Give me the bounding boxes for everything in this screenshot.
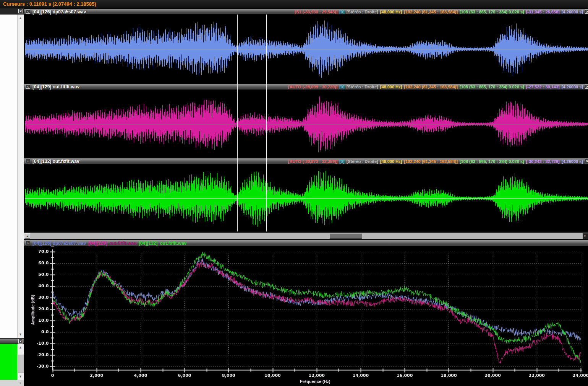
scroll-down-icon[interactable]: ▼	[19, 375, 22, 378]
header-field: [Stéréo : Droite]	[347, 85, 378, 89]
header-field: [102,240 (61,345 : 163,584)]	[404, 85, 458, 89]
fit-icon[interactable]: ↔	[26, 241, 30, 245]
header-field: [4.26000 s]	[562, 159, 583, 164]
scrollbar-thumb[interactable]	[18, 355, 24, 373]
track-fields-3: [AUTO (-30,873 : 33,359)][0][Stéréo : Dr…	[286, 159, 583, 164]
close-icon[interactable]: ×	[585, 9, 588, 14]
cursor-line-end[interactable]	[266, 15, 267, 231]
track-header-3[interactable]: ↔ [04][132] out.fxflt.wav [AUTO (-30,873…	[24, 158, 588, 164]
header-field: [108 (63 : 865, 170 : 384) 0.020 s]	[460, 85, 524, 89]
track-header-2[interactable]: ↔ [04][129] out.fltflt.wav [AUTO (-28,09…	[24, 83, 588, 90]
fit-icon[interactable]: ↔	[26, 84, 30, 89]
legend-item[interactable]: out.fltflt.wav	[109, 241, 136, 246]
track-title-3: [04][132] out.fxflt.wav	[32, 159, 79, 164]
scroll-up-icon[interactable]: ▲	[19, 16, 22, 20]
header-field: [0]	[339, 85, 344, 89]
legend-item[interactable]: out.fxflt.wav	[160, 241, 186, 246]
close-icon[interactable]: ×	[18, 339, 23, 344]
waveform-track-1[interactable]	[24, 15, 588, 83]
header-field: [102,240 (61,345 : 163,584)]	[404, 10, 458, 14]
file-list-panel[interactable]	[0, 15, 17, 338]
scroll-up-icon[interactable]: ▲	[19, 345, 22, 349]
header-field: [108 (63 : 865, 170 : 384) 0.020 s]	[460, 159, 524, 164]
meter-scrollbar[interactable]: ▲ ▼	[17, 344, 24, 380]
cursor-line-start[interactable]	[237, 15, 238, 231]
legend-item[interactable]: [04][126] dp07a5s07.wav	[32, 241, 86, 246]
header-field: [48,000 Hz]	[380, 10, 402, 14]
track-fields-2: [AUTO (-28,099 : 30,720)][0][Stéréo : Dr…	[286, 85, 583, 89]
fit-icon[interactable]: ↔	[26, 9, 30, 14]
time-scrollbar[interactable]: ◄ ►	[24, 233, 588, 239]
header-field: [48,000 Hz]	[380, 85, 402, 89]
fit-icon[interactable]: ↔	[26, 159, 30, 163]
cursors-readout: Curseurs : 0.11091 s (2.07494 : 2.18585)	[3, 1, 96, 7]
waveform-track-2[interactable]	[24, 90, 588, 158]
close-icon[interactable]: ×	[585, 159, 588, 163]
y-axis-label: Amplitude (dB)	[31, 295, 35, 325]
scrollbar-thumb[interactable]	[330, 233, 362, 239]
spectrum-header[interactable]: ↔ [04][126] dp07a5s07.wav[04][129]out.fl…	[24, 240, 588, 246]
file-list-scrollbar[interactable]: ▲ ▼	[17, 15, 24, 338]
header-field: [108 (63 : 865, 170 : 384) 0.020 s]	[460, 10, 524, 14]
spectrum-legend[interactable]: [04][126] dp07a5s07.wav[04][129]out.fltf…	[32, 241, 189, 246]
sidebar-top-header: ×	[0, 8, 24, 15]
track-header-1[interactable]: ↔ [04][126] dp07a5s07.wav [S1 (-33,930 :…	[24, 8, 588, 15]
header-field: [4.26000 s]	[562, 85, 583, 89]
scroll-left-icon[interactable]: ◄	[24, 233, 30, 239]
left-sidebar: × ▲ ▼ × ▲ ▼ ›	[0, 8, 24, 386]
scroll-down-icon[interactable]: ▼	[19, 332, 22, 336]
waveform-track-3[interactable]	[24, 164, 588, 231]
legend-item[interactable]: [04][129]	[88, 241, 107, 246]
scroll-right-icon[interactable]: ›	[19, 380, 21, 386]
track-title-2: [04][129] out.fltflt.wav	[32, 84, 79, 90]
x-axis-label: Fréquence (Hz)	[300, 379, 330, 384]
header-field: [102,240 (61,345 : 163,584)]	[404, 159, 458, 164]
header-field: [Stéréo : Droite]	[347, 10, 378, 14]
cursor-status-bar: Curseurs : 0.11091 s (2.07494 : 2.18585)	[0, 0, 588, 8]
legend-item[interactable]: [04][132]	[139, 241, 157, 246]
header-field: [0]	[339, 159, 344, 164]
spectrum-plot[interactable]	[24, 246, 588, 386]
header-field: [0]	[339, 10, 344, 14]
header-field: [AUTO (-30,873 : 33,359)]	[288, 159, 337, 164]
sidebar-horizontal-scrollbar[interactable]: ›	[0, 380, 24, 386]
track-title-1: [04][126] dp07a5s07.wav	[32, 9, 86, 15]
close-icon[interactable]: ×	[585, 84, 588, 89]
header-field: [Stéréo : Droite]	[347, 159, 378, 164]
close-icon[interactable]: ×	[18, 9, 23, 13]
header-field: [48,000 Hz]	[380, 159, 402, 164]
header-field: [-31,045 : 26,658]	[526, 10, 560, 14]
header-field: [AUTO (-28,099 : 30,720)]	[288, 85, 337, 89]
header-field: [-30,243 : 32,729]	[526, 159, 560, 164]
level-meter-panel[interactable]	[0, 344, 17, 380]
scroll-right-icon[interactable]: ►	[583, 233, 588, 239]
sidebar-bottom-header[interactable]: ×	[0, 339, 24, 344]
track-fields-1: [S1 (-33,930 : 29,543)][0][Stéréo : Droi…	[293, 10, 583, 14]
header-field: [4.26000 s]	[562, 10, 583, 14]
app-window: Curseurs : 0.11091 s (2.07494 : 2.18585)…	[0, 0, 588, 386]
header-field: [S1 (-33,930 : 29,543)]	[295, 10, 337, 14]
header-field: [-27,522 : 30,143]	[526, 85, 560, 89]
